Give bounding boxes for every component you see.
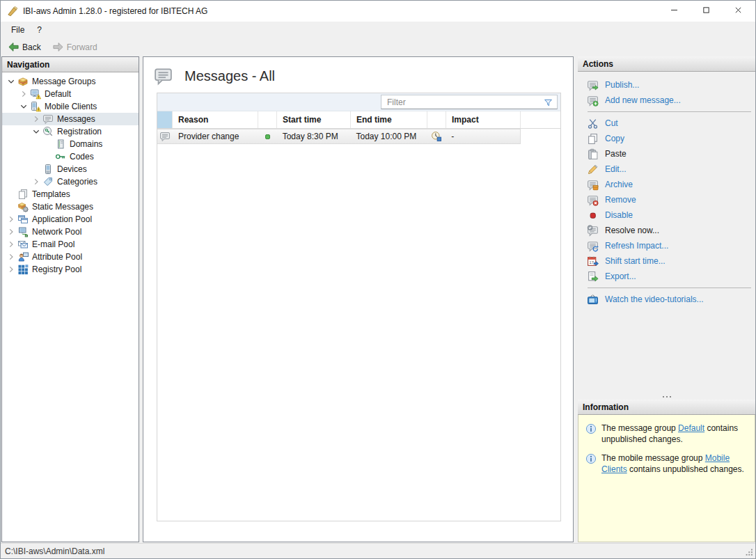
nav-item-label: Static Messages bbox=[32, 202, 93, 212]
information-panel: Information The message group Default co… bbox=[578, 400, 755, 542]
action-shift-start-time[interactable]: 17Shift start time... bbox=[578, 253, 755, 269]
nav-item-messages[interactable]: Messages bbox=[2, 113, 139, 125]
status-file-path: C:\IBI-aws\Admin\Data.xml bbox=[5, 546, 104, 556]
nav-item-application-pool[interactable]: Application Pool bbox=[2, 213, 139, 226]
resize-grip-icon[interactable] bbox=[745, 548, 754, 557]
action-publish[interactable]: Publish... bbox=[578, 77, 755, 93]
chevron-right-icon[interactable] bbox=[6, 227, 16, 237]
info-item: The mobile message group Mobile Clients … bbox=[585, 452, 749, 475]
column-header-filler bbox=[521, 111, 560, 128]
column-header-status[interactable] bbox=[258, 111, 277, 128]
nav-item-templates[interactable]: Templates bbox=[2, 188, 139, 200]
titlebar: IBI-aws Admin 1.28.0 - registered for IB… bbox=[1, 1, 755, 22]
close-button[interactable] bbox=[723, 1, 755, 22]
action-add-new-message[interactable]: Add new message... bbox=[578, 93, 755, 108]
action-label: Copy bbox=[605, 134, 624, 143]
nav-item-network-pool[interactable]: Network Pool bbox=[2, 226, 139, 238]
archive-icon bbox=[587, 179, 599, 191]
chevron-right-icon[interactable] bbox=[6, 214, 16, 224]
nav-item-default[interactable]: Default bbox=[2, 88, 139, 100]
nav-item-domains[interactable]: Domains bbox=[2, 138, 139, 150]
nav-item-static-messages[interactable]: Static Messages bbox=[2, 200, 139, 213]
messages-title-icon bbox=[152, 66, 174, 86]
action-export[interactable]: Export... bbox=[578, 269, 755, 284]
menu-file[interactable]: File bbox=[5, 23, 31, 37]
main-panel: Messages - All Reason Start time End tim… bbox=[143, 56, 574, 542]
chevron-right-icon[interactable] bbox=[6, 265, 16, 274]
nav-item-message-groups[interactable]: Message Groups bbox=[2, 75, 139, 88]
table-body: Provider changeToday 8:30 PMToday 10:00 … bbox=[157, 129, 560, 144]
action-archive[interactable]: Archive bbox=[578, 177, 755, 192]
action-watch-the-video-tutorials[interactable]: Watch the video-tutorials... bbox=[578, 292, 755, 307]
nav-item-codes[interactable]: Codes bbox=[2, 150, 139, 163]
svg-text:17: 17 bbox=[590, 260, 594, 264]
action-disable[interactable]: Disable bbox=[578, 207, 755, 223]
action-remove[interactable]: Remove bbox=[578, 192, 755, 207]
email-pool-icon bbox=[17, 239, 29, 250]
chevron-down-icon[interactable] bbox=[19, 102, 29, 111]
nav-item-label: Registration bbox=[57, 127, 102, 136]
messages-icon bbox=[42, 113, 54, 125]
nav-item-label: Application Pool bbox=[32, 214, 92, 224]
action-resolve-now[interactable]: Resolve now... bbox=[578, 223, 755, 238]
info-icon bbox=[585, 423, 597, 434]
chevron-right-icon[interactable] bbox=[31, 177, 41, 187]
panel-splitter[interactable] bbox=[578, 394, 755, 400]
chevron-down-icon[interactable] bbox=[6, 77, 16, 86]
categories-icon bbox=[42, 176, 54, 187]
chevron-spacer bbox=[6, 189, 16, 199]
forward-arrow-icon bbox=[52, 41, 64, 53]
back-button[interactable]: Back bbox=[3, 39, 45, 55]
video-tutorials-icon bbox=[587, 294, 599, 306]
nav-item-mobile-clients[interactable]: Mobile Clients bbox=[2, 100, 139, 113]
paste-icon bbox=[587, 148, 599, 160]
actions-panel: Actions Publish...Add new message...CutC… bbox=[578, 56, 755, 394]
maximize-button[interactable] bbox=[691, 1, 723, 22]
column-header-reason[interactable]: Reason bbox=[173, 111, 258, 128]
chevron-right-icon[interactable] bbox=[19, 89, 29, 99]
application-pool-icon bbox=[17, 214, 29, 225]
action-cut[interactable]: Cut bbox=[578, 116, 755, 131]
codes-icon bbox=[55, 151, 66, 162]
menu-help[interactable]: ? bbox=[31, 23, 48, 37]
cut-icon bbox=[587, 118, 599, 129]
nav-item-registry-pool[interactable]: Registry Pool bbox=[2, 263, 139, 276]
nav-item-label: Domains bbox=[70, 139, 102, 149]
page-title: Messages - All bbox=[184, 68, 275, 84]
nav-item-attribute-pool[interactable]: Attribute Pool bbox=[2, 251, 139, 263]
info-icon bbox=[585, 453, 597, 464]
forward-button[interactable]: Forward bbox=[48, 39, 102, 55]
column-header-selector[interactable] bbox=[157, 111, 173, 128]
action-paste[interactable]: Paste bbox=[578, 146, 755, 162]
table-row[interactable]: Provider changeToday 8:30 PMToday 10:00 … bbox=[157, 129, 521, 144]
action-label: Resolve now... bbox=[605, 226, 659, 235]
filter-funnel-icon[interactable] bbox=[543, 97, 553, 108]
nav-item-devices[interactable]: Devices bbox=[2, 163, 139, 175]
chevron-down-icon[interactable] bbox=[31, 127, 41, 136]
nav-item-categories[interactable]: Categories bbox=[2, 175, 139, 188]
info-link-default[interactable]: Default bbox=[678, 423, 704, 433]
column-header-impact-icon[interactable] bbox=[427, 111, 446, 128]
action-copy[interactable]: Copy bbox=[578, 131, 755, 146]
messages-icon bbox=[159, 131, 171, 142]
info-text: The mobile message group Mobile Clients … bbox=[601, 452, 746, 475]
information-body: The message group Default contains unpub… bbox=[578, 415, 755, 542]
chevron-right-icon[interactable] bbox=[6, 239, 16, 249]
chevron-right-icon[interactable] bbox=[6, 252, 16, 262]
chevron-right-icon[interactable] bbox=[31, 114, 41, 124]
column-header-end-time[interactable]: End time bbox=[351, 111, 427, 128]
disable-icon bbox=[587, 210, 599, 221]
column-header-impact[interactable]: Impact bbox=[446, 111, 521, 128]
info-text-before: The message group bbox=[601, 423, 678, 433]
action-edit[interactable]: Edit... bbox=[578, 162, 755, 177]
column-header-start-time[interactable]: Start time bbox=[277, 111, 351, 128]
minimize-button[interactable] bbox=[659, 1, 691, 22]
message-groups-icon bbox=[17, 76, 29, 87]
window-controls bbox=[659, 1, 755, 22]
registration-icon bbox=[42, 126, 54, 137]
filter-input[interactable] bbox=[381, 95, 558, 109]
nav-item-registration[interactable]: Registration bbox=[2, 125, 139, 138]
action-refresh-impact[interactable]: Refresh Impact... bbox=[578, 238, 755, 253]
back-label: Back bbox=[22, 42, 41, 52]
nav-item-e-mail-pool[interactable]: E-mail Pool bbox=[2, 238, 139, 251]
